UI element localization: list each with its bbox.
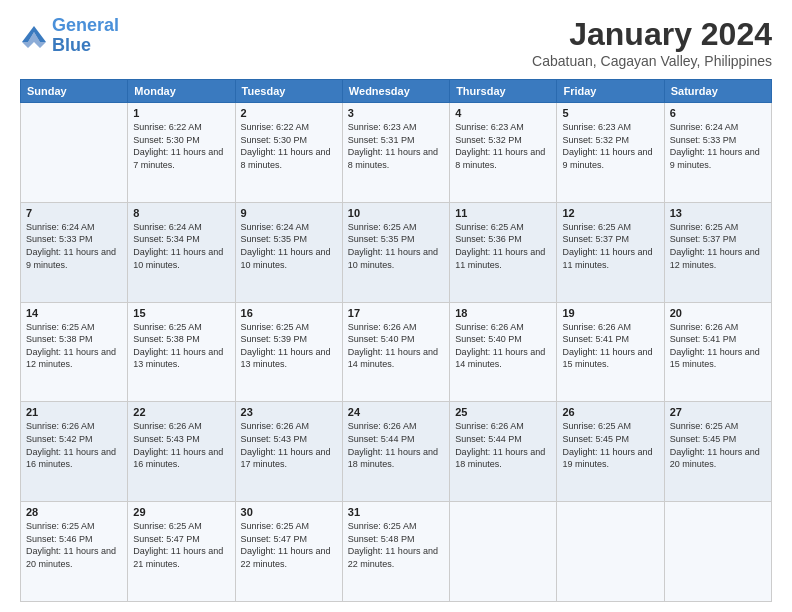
day-info: Sunrise: 6:25 AMSunset: 5:37 PMDaylight:… [562,221,658,271]
calendar-cell: 29Sunrise: 6:25 AMSunset: 5:47 PMDayligh… [128,502,235,602]
day-number: 4 [455,107,551,119]
calendar-week-row: 28Sunrise: 6:25 AMSunset: 5:46 PMDayligh… [21,502,772,602]
day-info: Sunrise: 6:26 AMSunset: 5:42 PMDaylight:… [26,420,122,470]
calendar-cell: 26Sunrise: 6:25 AMSunset: 5:45 PMDayligh… [557,402,664,502]
day-number: 9 [241,207,337,219]
day-info: Sunrise: 6:24 AMSunset: 5:33 PMDaylight:… [26,221,122,271]
day-number: 10 [348,207,444,219]
day-number: 6 [670,107,766,119]
calendar-cell: 14Sunrise: 6:25 AMSunset: 5:38 PMDayligh… [21,302,128,402]
logo-text: General Blue [52,16,119,56]
day-info: Sunrise: 6:23 AMSunset: 5:32 PMDaylight:… [455,121,551,171]
day-number: 27 [670,406,766,418]
calendar-cell: 16Sunrise: 6:25 AMSunset: 5:39 PMDayligh… [235,302,342,402]
day-info: Sunrise: 6:26 AMSunset: 5:40 PMDaylight:… [348,321,444,371]
calendar-cell: 24Sunrise: 6:26 AMSunset: 5:44 PMDayligh… [342,402,449,502]
day-info: Sunrise: 6:23 AMSunset: 5:31 PMDaylight:… [348,121,444,171]
day-info: Sunrise: 6:26 AMSunset: 5:41 PMDaylight:… [670,321,766,371]
calendar-cell [450,502,557,602]
calendar-day-header: Saturday [664,80,771,103]
day-info: Sunrise: 6:22 AMSunset: 5:30 PMDaylight:… [241,121,337,171]
day-info: Sunrise: 6:25 AMSunset: 5:48 PMDaylight:… [348,520,444,570]
day-number: 25 [455,406,551,418]
subtitle: Cabatuan, Cagayan Valley, Philippines [532,53,772,69]
day-number: 22 [133,406,229,418]
calendar-week-row: 7Sunrise: 6:24 AMSunset: 5:33 PMDaylight… [21,202,772,302]
calendar-cell: 22Sunrise: 6:26 AMSunset: 5:43 PMDayligh… [128,402,235,502]
calendar-day-header: Sunday [21,80,128,103]
calendar-cell: 27Sunrise: 6:25 AMSunset: 5:45 PMDayligh… [664,402,771,502]
calendar-day-header: Friday [557,80,664,103]
calendar-cell: 28Sunrise: 6:25 AMSunset: 5:46 PMDayligh… [21,502,128,602]
calendar-cell: 20Sunrise: 6:26 AMSunset: 5:41 PMDayligh… [664,302,771,402]
calendar-cell: 13Sunrise: 6:25 AMSunset: 5:37 PMDayligh… [664,202,771,302]
day-number: 13 [670,207,766,219]
calendar-cell: 21Sunrise: 6:26 AMSunset: 5:42 PMDayligh… [21,402,128,502]
calendar-week-row: 1Sunrise: 6:22 AMSunset: 5:30 PMDaylight… [21,103,772,203]
main-title: January 2024 [532,16,772,53]
day-info: Sunrise: 6:25 AMSunset: 5:45 PMDaylight:… [670,420,766,470]
day-info: Sunrise: 6:25 AMSunset: 5:39 PMDaylight:… [241,321,337,371]
calendar-cell: 6Sunrise: 6:24 AMSunset: 5:33 PMDaylight… [664,103,771,203]
day-info: Sunrise: 6:25 AMSunset: 5:35 PMDaylight:… [348,221,444,271]
day-number: 8 [133,207,229,219]
day-number: 24 [348,406,444,418]
calendar-cell: 10Sunrise: 6:25 AMSunset: 5:35 PMDayligh… [342,202,449,302]
calendar-cell: 2Sunrise: 6:22 AMSunset: 5:30 PMDaylight… [235,103,342,203]
calendar-table: SundayMondayTuesdayWednesdayThursdayFrid… [20,79,772,602]
day-number: 7 [26,207,122,219]
day-info: Sunrise: 6:26 AMSunset: 5:43 PMDaylight:… [133,420,229,470]
calendar-cell: 30Sunrise: 6:25 AMSunset: 5:47 PMDayligh… [235,502,342,602]
day-number: 5 [562,107,658,119]
day-number: 20 [670,307,766,319]
day-number: 21 [26,406,122,418]
calendar-body: 1Sunrise: 6:22 AMSunset: 5:30 PMDaylight… [21,103,772,602]
calendar-day-header: Thursday [450,80,557,103]
day-number: 17 [348,307,444,319]
calendar-cell: 5Sunrise: 6:23 AMSunset: 5:32 PMDaylight… [557,103,664,203]
day-info: Sunrise: 6:22 AMSunset: 5:30 PMDaylight:… [133,121,229,171]
day-number: 31 [348,506,444,518]
calendar-cell: 12Sunrise: 6:25 AMSunset: 5:37 PMDayligh… [557,202,664,302]
day-number: 29 [133,506,229,518]
calendar-day-header: Tuesday [235,80,342,103]
calendar-cell: 4Sunrise: 6:23 AMSunset: 5:32 PMDaylight… [450,103,557,203]
calendar-cell: 3Sunrise: 6:23 AMSunset: 5:31 PMDaylight… [342,103,449,203]
day-info: Sunrise: 6:26 AMSunset: 5:41 PMDaylight:… [562,321,658,371]
calendar-cell: 31Sunrise: 6:25 AMSunset: 5:48 PMDayligh… [342,502,449,602]
calendar-cell: 25Sunrise: 6:26 AMSunset: 5:44 PMDayligh… [450,402,557,502]
calendar-cell: 15Sunrise: 6:25 AMSunset: 5:38 PMDayligh… [128,302,235,402]
day-info: Sunrise: 6:24 AMSunset: 5:33 PMDaylight:… [670,121,766,171]
calendar-cell: 19Sunrise: 6:26 AMSunset: 5:41 PMDayligh… [557,302,664,402]
calendar-day-header: Monday [128,80,235,103]
day-info: Sunrise: 6:25 AMSunset: 5:47 PMDaylight:… [241,520,337,570]
day-number: 11 [455,207,551,219]
day-number: 16 [241,307,337,319]
day-number: 30 [241,506,337,518]
calendar-week-row: 21Sunrise: 6:26 AMSunset: 5:42 PMDayligh… [21,402,772,502]
day-info: Sunrise: 6:26 AMSunset: 5:44 PMDaylight:… [348,420,444,470]
day-number: 1 [133,107,229,119]
day-info: Sunrise: 6:25 AMSunset: 5:47 PMDaylight:… [133,520,229,570]
page: General Blue January 2024 Cabatuan, Caga… [0,0,792,612]
day-number: 3 [348,107,444,119]
day-number: 19 [562,307,658,319]
calendar-cell: 7Sunrise: 6:24 AMSunset: 5:33 PMDaylight… [21,202,128,302]
title-block: January 2024 Cabatuan, Cagayan Valley, P… [532,16,772,69]
calendar-header-row: SundayMondayTuesdayWednesdayThursdayFrid… [21,80,772,103]
calendar-cell: 9Sunrise: 6:24 AMSunset: 5:35 PMDaylight… [235,202,342,302]
calendar-cell: 11Sunrise: 6:25 AMSunset: 5:36 PMDayligh… [450,202,557,302]
day-info: Sunrise: 6:26 AMSunset: 5:40 PMDaylight:… [455,321,551,371]
calendar-cell [664,502,771,602]
calendar-cell: 23Sunrise: 6:26 AMSunset: 5:43 PMDayligh… [235,402,342,502]
day-number: 12 [562,207,658,219]
header: General Blue January 2024 Cabatuan, Caga… [20,16,772,69]
day-number: 14 [26,307,122,319]
calendar-cell: 1Sunrise: 6:22 AMSunset: 5:30 PMDaylight… [128,103,235,203]
day-number: 15 [133,307,229,319]
calendar-cell [21,103,128,203]
day-info: Sunrise: 6:26 AMSunset: 5:44 PMDaylight:… [455,420,551,470]
calendar-day-header: Wednesday [342,80,449,103]
day-number: 26 [562,406,658,418]
day-info: Sunrise: 6:25 AMSunset: 5:46 PMDaylight:… [26,520,122,570]
